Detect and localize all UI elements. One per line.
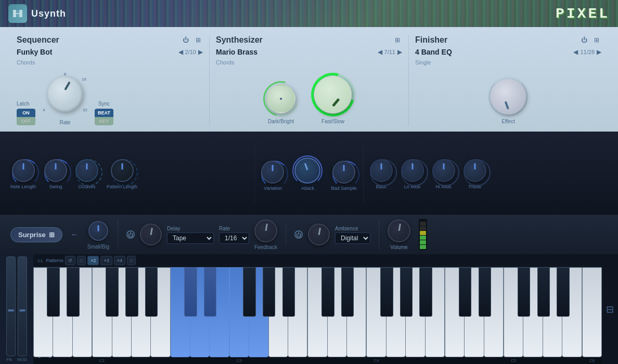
black-key-as2[interactable]: [145, 267, 158, 317]
latch-toggle[interactable]: ON OFF: [17, 109, 35, 125]
ambience-mix-knob[interactable]: [308, 224, 330, 245]
black-key-ds4[interactable]: [341, 267, 354, 317]
effect-knob[interactable]: [491, 79, 526, 114]
synthesizer-next[interactable]: ▶: [397, 48, 402, 56]
finisher-grid-icon[interactable]: ⊞: [592, 35, 601, 45]
black-key-cs3[interactable]: [184, 267, 197, 317]
ambience-type-select[interactable]: Digital Hall Plate Room: [335, 232, 370, 244]
volume-knob[interactable]: [388, 219, 410, 242]
pb-strip[interactable]: [6, 256, 16, 356]
pb-mod-panel: PB MOD: [0, 254, 33, 364]
black-key-as5[interactable]: [557, 267, 569, 317]
finisher-preset-row: 4 Band EQ ◀ 11/28 ▶: [415, 48, 601, 56]
lo-mids-wrap: Lo Mids: [401, 159, 424, 189]
ambience-power-button[interactable]: ⏻: [294, 230, 303, 239]
pattern-x2-btn[interactable]: ×2: [87, 256, 99, 265]
octaves-knob[interactable]: [75, 159, 98, 182]
octaves-wrap: Octaves: [75, 159, 98, 189]
finisher-section: Finisher ⏻ ⊞ 4 Band EQ ◀ 11/28 ▶ Single: [409, 35, 608, 125]
sequencer-grid-icon[interactable]: ⊞: [194, 35, 203, 45]
tick-16: 16: [82, 77, 86, 82]
black-key-cs5[interactable]: [459, 267, 471, 317]
finisher-count: 11/28: [580, 49, 595, 55]
hi-mids-knob[interactable]: [432, 159, 455, 182]
black-key-as4[interactable]: [419, 267, 432, 317]
surprise-button[interactable]: Surprise ⊞: [10, 227, 62, 242]
synth-controls-group: Variation Attack Bad Sample: [261, 158, 356, 191]
keyboard-settings-icon[interactable]: ⊟: [606, 304, 614, 315]
black-key-gs5[interactable]: [537, 267, 550, 317]
black-key-fs2[interactable]: [106, 267, 118, 317]
sequencer-type: Chords: [17, 59, 35, 66]
delay-type-select[interactable]: Tape Digital Ping Pong: [167, 232, 214, 244]
mod-label: MOD: [17, 357, 27, 362]
black-key-fs4[interactable]: [380, 267, 393, 317]
finisher-power-icon[interactable]: ⏻: [580, 35, 589, 45]
black-key-gs3[interactable]: [263, 267, 275, 317]
fast-slow-label: Fast/Slow: [321, 119, 344, 124]
black-key-fs5[interactable]: [518, 267, 530, 317]
rate-knob-wrap: 8 16 32 4: [42, 71, 88, 118]
black-key-fs3[interactable]: [243, 267, 255, 317]
variation-wrap: Variation: [261, 161, 284, 191]
black-key-cs4[interactable]: [321, 267, 334, 317]
black-key-gs2[interactable]: [125, 267, 138, 317]
bass-knob[interactable]: [370, 159, 393, 182]
synthesizer-nav: ◀ 7/11 ▶: [378, 48, 402, 56]
delay-rate-select[interactable]: 1/16 1/8 1/4 1/2: [219, 232, 249, 244]
small-big-knob[interactable]: [88, 221, 108, 241]
finisher-type: Single: [415, 59, 431, 66]
note-length-knob[interactable]: [12, 159, 35, 182]
black-key-ds3[interactable]: [204, 267, 216, 317]
bad-sample-knob[interactable]: [332, 161, 355, 184]
attack-label: Attack: [301, 186, 314, 191]
pattern-sub-icon[interactable]: □: [127, 256, 136, 265]
delay-knob-container: [140, 224, 162, 245]
vu-bar-3: [420, 236, 426, 240]
vu-bar-5: [420, 226, 426, 230]
white-key-c6[interactable]: [582, 267, 602, 357]
black-key-as3[interactable]: [282, 267, 295, 317]
finisher-prev[interactable]: ◀: [573, 48, 578, 56]
pattern-x4-btn[interactable]: ×4: [114, 256, 125, 265]
treble-knob[interactable]: [464, 159, 486, 182]
pattern-copy-icon[interactable]: □: [77, 256, 86, 265]
pattern-repeat-icon[interactable]: ↺: [65, 256, 75, 265]
surprise-icon: ⊞: [49, 231, 55, 239]
delay-power-button[interactable]: ⏻: [126, 230, 135, 239]
pb-label: PB: [6, 357, 12, 362]
feedback-knob[interactable]: [254, 219, 277, 242]
synthesizer-prev[interactable]: ◀: [378, 48, 382, 56]
finisher-controls-group: Bass Lo Mids Hi Mids: [370, 159, 608, 189]
patterns-label: Patterns: [46, 258, 63, 263]
pb-mod-strips: [6, 256, 27, 356]
mod-strip[interactable]: [18, 256, 27, 356]
dark-bright-label: Dark/Bright: [268, 119, 294, 124]
seq-controls-group: Note Length Swing Octaves: [10, 159, 248, 189]
black-key-ds5[interactable]: [479, 267, 491, 317]
sync-toggle[interactable]: BEAT KEY: [95, 109, 113, 125]
app-name: Usynth: [31, 8, 66, 19]
black-key-ds2[interactable]: [67, 267, 79, 317]
delay-mix-knob[interactable]: [140, 224, 162, 245]
sequencer-prev[interactable]: ◀: [178, 48, 183, 56]
sequencer-icons: ⏻ ⊞: [181, 35, 203, 45]
synthesizer-count: 7/11: [384, 49, 395, 55]
synthesizer-controls: Dark/Bright Fast/Slow: [216, 73, 402, 124]
synthesizer-grid-icon[interactable]: ⊞: [393, 35, 402, 45]
finisher-next[interactable]: ▶: [597, 48, 601, 56]
dark-bright-knob[interactable]: [266, 84, 295, 113]
pattern-length-knob[interactable]: [111, 159, 134, 182]
black-key-gs4[interactable]: [400, 267, 413, 317]
synthesizer-type: Chords: [216, 59, 234, 66]
rate-knob[interactable]: [47, 76, 83, 112]
bad-sample-wrap: Bad Sample: [331, 161, 356, 191]
swing-knob[interactable]: [44, 159, 67, 182]
pattern-x3-btn[interactable]: ×3: [100, 256, 112, 265]
synthesizer-icons: ⊞: [393, 35, 402, 45]
sequencer-next[interactable]: ▶: [198, 48, 203, 56]
fast-slow-knob[interactable]: [314, 76, 352, 113]
black-key-cs2[interactable]: [47, 267, 59, 317]
sequencer-power-icon[interactable]: ⏻: [181, 35, 190, 45]
lo-mids-knob[interactable]: [401, 159, 424, 182]
